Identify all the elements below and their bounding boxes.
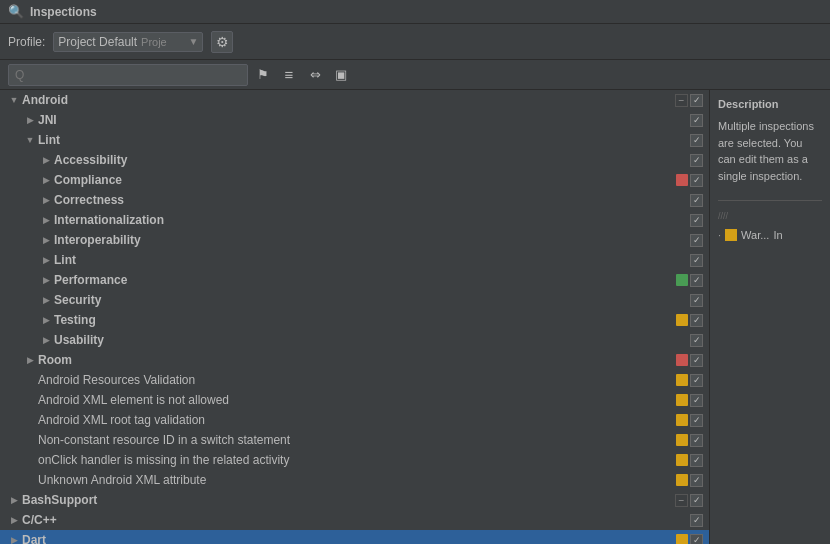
checkbox-correctness[interactable]: ✓ — [690, 194, 703, 207]
bottom-separator: · — [718, 229, 721, 241]
checkbox-unknown-attr[interactable]: ✓ — [690, 474, 703, 487]
tree-arrow-security: ▶ — [40, 294, 52, 306]
warning-label: War... — [741, 229, 769, 241]
minus-btn-bashsupport[interactable]: − — [675, 494, 688, 507]
checkbox-usability[interactable]: ✓ — [690, 334, 703, 347]
controls-jni: ✓ — [676, 114, 703, 127]
checkbox-room[interactable]: ✓ — [690, 354, 703, 367]
checkbox-accessibility[interactable]: ✓ — [690, 154, 703, 167]
tree-item-bashsupport[interactable]: ▶BashSupport−✓ — [0, 490, 709, 510]
left-panel: ▼Android−✓▶JNI✓▼Lint✓▶Accessibility✓▶Com… — [0, 90, 710, 544]
tree-label-onclick: onClick handler is missing in the relate… — [36, 453, 676, 467]
checkbox-onclick[interactable]: ✓ — [690, 454, 703, 467]
tree-item-lint[interactable]: ▼Lint✓ — [0, 130, 709, 150]
tree-item-room[interactable]: ▶Room✓ — [0, 350, 709, 370]
tree-item-non-constant[interactable]: ▶Non-constant resource ID in a switch st… — [0, 430, 709, 450]
tree-item-unknown-attr[interactable]: ▶Unknown Android XML attribute✓ — [0, 470, 709, 490]
expand-button[interactable]: ⇔ — [304, 64, 326, 86]
tree-arrow-dart: ▶ — [8, 534, 20, 544]
tree-item-security[interactable]: ▶Security✓ — [0, 290, 709, 310]
tree-item-onclick[interactable]: ▶onClick handler is missing in the relat… — [0, 450, 709, 470]
controls-non-constant: ✓ — [676, 434, 703, 447]
sort-icon: ≡ — [285, 66, 294, 83]
checkbox-interoperability[interactable]: ✓ — [690, 234, 703, 247]
controls-android: −✓ — [675, 94, 703, 107]
checkbox-android-res-val[interactable]: ✓ — [690, 374, 703, 387]
description-title: Description — [718, 98, 822, 110]
severity-compliance — [676, 174, 688, 186]
filter-icon: ⚑ — [257, 67, 269, 82]
sort-button[interactable]: ≡ — [278, 64, 300, 86]
checkbox-android-xml-root[interactable]: ✓ — [690, 414, 703, 427]
tree-arrow-internationalization: ▶ — [40, 214, 52, 226]
checkbox-android-xml-elem[interactable]: ✓ — [690, 394, 703, 407]
severity-android-xml-elem — [676, 394, 688, 406]
checkbox-android[interactable]: ✓ — [690, 94, 703, 107]
tree-arrow-interoperability: ▶ — [40, 234, 52, 246]
tree-item-internationalization[interactable]: ▶Internationalization✓ — [0, 210, 709, 230]
minus-btn-android[interactable]: − — [675, 94, 688, 107]
checkbox-compliance[interactable]: ✓ — [690, 174, 703, 187]
severity-room — [676, 354, 688, 366]
checkbox-bashsupport[interactable]: ✓ — [690, 494, 703, 507]
severity-unknown-attr — [676, 474, 688, 486]
checkbox-security[interactable]: ✓ — [690, 294, 703, 307]
tree-item-dart[interactable]: ▶Dart✓ — [0, 530, 709, 544]
severity-lint — [676, 134, 688, 146]
controls-testing: ✓ — [676, 314, 703, 327]
checkbox-lint-sub[interactable]: ✓ — [690, 254, 703, 267]
tree-arrow-lint-sub: ▶ — [40, 254, 52, 266]
profile-select[interactable]: Project Default Proje ▼ — [53, 32, 203, 52]
severity-lint-sub — [676, 254, 688, 266]
checkbox-performance[interactable]: ✓ — [690, 274, 703, 287]
checkbox-jni[interactable]: ✓ — [690, 114, 703, 127]
tree-label-security: Security — [52, 293, 676, 307]
controls-unknown-attr: ✓ — [676, 474, 703, 487]
tree-item-correctness[interactable]: ▶Correctness✓ — [0, 190, 709, 210]
checkbox-dart[interactable]: ✓ — [690, 534, 703, 545]
warning-box — [725, 229, 737, 241]
checkbox-testing[interactable]: ✓ — [690, 314, 703, 327]
tree-item-android-xml-elem[interactable]: ▶Android XML element is not allowed✓ — [0, 390, 709, 410]
severity-android-res-val — [676, 374, 688, 386]
collapse-button[interactable]: ▣ — [330, 64, 352, 86]
tree-item-testing[interactable]: ▶Testing✓ — [0, 310, 709, 330]
tree-item-compliance[interactable]: ▶Compliance✓ — [0, 170, 709, 190]
tree-item-android[interactable]: ▼Android−✓ — [0, 90, 709, 110]
tree-item-lint-sub[interactable]: ▶Lint✓ — [0, 250, 709, 270]
search-input[interactable] — [8, 64, 248, 86]
tree-item-accessibility[interactable]: ▶Accessibility✓ — [0, 150, 709, 170]
severity-jni — [676, 114, 688, 126]
tree-label-compliance: Compliance — [52, 173, 676, 187]
tree-item-android-xml-root[interactable]: ▶Android XML root tag validation✓ — [0, 410, 709, 430]
expand-icon: ⇔ — [310, 67, 321, 82]
description-text: Multiple inspections are selected. You c… — [718, 118, 822, 184]
tree-item-performance[interactable]: ▶Performance✓ — [0, 270, 709, 290]
settings-button[interactable]: ⚙ — [211, 31, 233, 53]
tree-item-jni[interactable]: ▶JNI✓ — [0, 110, 709, 130]
profile-bar: Profile: Project Default Proje ▼ ⚙ — [0, 24, 830, 60]
tree-item-interoperability[interactable]: ▶Interoperability✓ — [0, 230, 709, 250]
tree-label-internationalization: Internationalization — [52, 213, 676, 227]
controls-internationalization: ✓ — [676, 214, 703, 227]
profile-dropdown-icon: ▼ — [188, 36, 198, 47]
controls-lint-sub: ✓ — [676, 254, 703, 267]
tree-item-usability[interactable]: ▶Usability✓ — [0, 330, 709, 350]
severity-android-xml-root — [676, 414, 688, 426]
checkbox-internationalization[interactable]: ✓ — [690, 214, 703, 227]
checkbox-lint[interactable]: ✓ — [690, 134, 703, 147]
checkbox-cpp[interactable]: ✓ — [690, 514, 703, 527]
right-panel: Description Multiple inspections are sel… — [710, 90, 830, 544]
severity-usability — [676, 334, 688, 346]
tree-arrow-room: ▶ — [24, 354, 36, 366]
controls-onclick: ✓ — [676, 454, 703, 467]
filter-button[interactable]: ⚑ — [252, 64, 274, 86]
profile-label: Profile: — [8, 35, 45, 49]
tree-item-android-res-val[interactable]: ▶Android Resources Validation✓ — [0, 370, 709, 390]
checkbox-non-constant[interactable]: ✓ — [690, 434, 703, 447]
controls-bashsupport: −✓ — [675, 494, 703, 507]
tree-label-android-xml-elem: Android XML element is not allowed — [36, 393, 676, 407]
tree-item-cpp[interactable]: ▶C/C++✓ — [0, 510, 709, 530]
severity-correctness — [676, 194, 688, 206]
gear-icon: ⚙ — [216, 34, 229, 50]
